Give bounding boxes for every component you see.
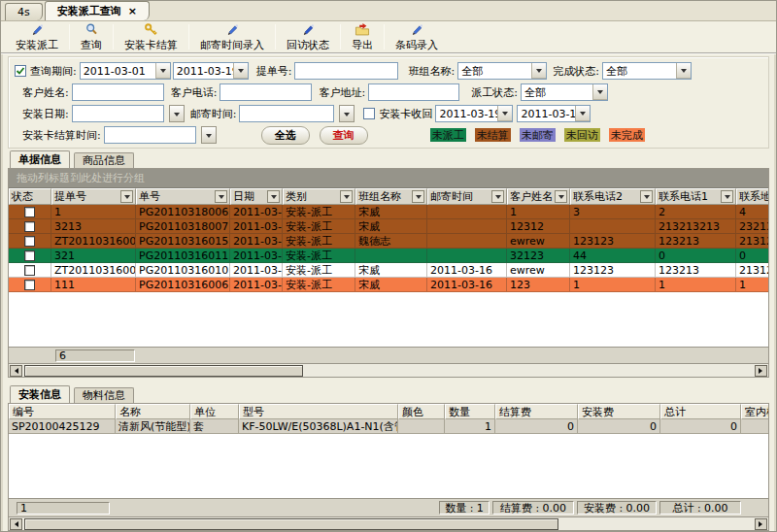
- customer-name-input[interactable]: [72, 83, 164, 101]
- column-header[interactable]: 名称: [116, 404, 190, 419]
- column-header[interactable]: 类别: [283, 188, 355, 205]
- tab-material-info[interactable]: 物料信息: [74, 387, 134, 403]
- filter-icon[interactable]: [340, 190, 353, 203]
- scrollbar-thumb[interactable]: [24, 365, 303, 377]
- scroll-left-icon[interactable]: [10, 365, 22, 377]
- table-row[interactable]: ZT201103160002PG201103160102011-03-16 14…: [9, 263, 768, 278]
- scrollbar-thumb[interactable]: [24, 518, 558, 530]
- table-row[interactable]: ZT201103160003PG201103160152011-03-16 14…: [9, 234, 768, 249]
- scroll-left-icon[interactable]: [10, 518, 22, 530]
- column-header[interactable]: 日期: [230, 188, 283, 205]
- chevron-down-icon[interactable]: [155, 63, 170, 79]
- chevron-down-icon[interactable]: [233, 63, 248, 79]
- query-period-to-select[interactable]: 2011-03-19: [173, 62, 249, 80]
- mail-time-input[interactable]: [239, 105, 334, 122]
- filter-icon[interactable]: [412, 190, 424, 203]
- row-checkbox[interactable]: [24, 250, 35, 261]
- table-cell: [9, 234, 51, 249]
- row-checkbox[interactable]: [24, 236, 35, 247]
- filter-icon[interactable]: [640, 190, 653, 203]
- card-settle-time-input[interactable]: [104, 126, 196, 144]
- column-header[interactable]: 结算费: [495, 404, 578, 419]
- table-row[interactable]: 3213PG201103180072011-03-18 16安装-派工宋威123…: [9, 219, 768, 234]
- close-icon[interactable]: ×: [128, 6, 137, 17]
- record-count-box: 1: [17, 502, 110, 515]
- chevron-down-icon[interactable]: [676, 63, 691, 79]
- table-row[interactable]: 111PG201103160062011-03-16 13安装-派工宋威2011…: [9, 278, 768, 292]
- column-header[interactable]: 联系地址: [736, 188, 769, 205]
- table-row[interactable]: 1PG201103180062011-03-18 16安装-派工宋威1324: [9, 205, 768, 219]
- card-return-to-select[interactable]: 2011-03-19: [517, 105, 591, 122]
- column-header[interactable]: 客户姓名: [507, 188, 570, 205]
- scroll-right-icon[interactable]: [755, 365, 767, 377]
- column-header[interactable]: 室内机号: [741, 404, 769, 419]
- mail-time-label: 邮寄时间:: [188, 107, 240, 121]
- install-date-input[interactable]: [72, 105, 164, 122]
- toolbar-button-export[interactable]: 导出: [343, 21, 382, 52]
- toolbar-button-mail-time-entry[interactable]: 邮寄时间录入: [191, 21, 273, 52]
- column-header[interactable]: 颜色: [398, 404, 445, 419]
- column-header[interactable]: 邮寄时间: [427, 188, 507, 205]
- chevron-down-icon[interactable]: [575, 106, 590, 121]
- card-return-checkbox[interactable]: [363, 108, 375, 119]
- tab-install-info[interactable]: 安装信息: [10, 385, 70, 403]
- column-header-label: 联系地址: [739, 189, 769, 204]
- dispatch-status-select[interactable]: 全部: [521, 83, 608, 101]
- card-return-from-select[interactable]: 2011-03-19: [435, 105, 513, 122]
- finish-status-select[interactable]: 全部: [602, 62, 692, 80]
- group-by-bar[interactable]: 拖动列标题到此处进行分组: [9, 169, 768, 188]
- mail-time-dropdown-button[interactable]: [339, 105, 355, 122]
- customer-phone-input[interactable]: [220, 83, 312, 101]
- column-header[interactable]: 安装费: [578, 404, 660, 419]
- row-checkbox[interactable]: [24, 221, 35, 232]
- row-checkbox[interactable]: [24, 265, 35, 276]
- tab-product-info[interactable]: 商品信息: [74, 152, 134, 168]
- column-header[interactable]: 单号: [136, 188, 230, 205]
- column-header[interactable]: 型号: [239, 404, 398, 419]
- row-checkbox[interactable]: [24, 280, 35, 290]
- filter-icon[interactable]: [120, 190, 133, 203]
- column-header-label: 联系电话2: [573, 189, 623, 204]
- toolbar-button-install-dispatch[interactable]: 安装派工: [7, 21, 67, 52]
- install-date-dropdown-button[interactable]: [169, 105, 185, 122]
- filter-icon[interactable]: [555, 190, 567, 203]
- toolbar-button-query[interactable]: 查询: [72, 21, 111, 52]
- customer-address-input[interactable]: [368, 83, 459, 101]
- select-all-button[interactable]: 全选: [261, 126, 310, 145]
- filter-icon[interactable]: [215, 190, 227, 203]
- column-header[interactable]: 编号: [9, 404, 116, 419]
- tab-install-dispatch-query[interactable]: 安装派工查询 ×: [45, 1, 150, 20]
- filter-icon[interactable]: [721, 190, 733, 203]
- team-name-select[interactable]: 全部: [457, 62, 547, 80]
- chevron-down-icon[interactable]: [592, 84, 607, 100]
- column-header[interactable]: 单位: [190, 404, 239, 419]
- toolbar-button-barcode-entry[interactable]: 条码录入: [387, 21, 447, 52]
- filter-icon[interactable]: [267, 190, 280, 203]
- chevron-down-icon[interactable]: [531, 63, 546, 79]
- tab-4s[interactable]: 4s: [5, 3, 43, 20]
- toolbar-button-card-settlement[interactable]: 安装卡结算: [116, 21, 186, 52]
- query-period-checkbox[interactable]: [15, 65, 26, 77]
- table-row[interactable]: 321PG201103160112011-03-16 14安装-派工321234…: [9, 249, 768, 263]
- query-button[interactable]: 查询: [320, 126, 368, 145]
- column-header[interactable]: 班组名称: [355, 188, 427, 205]
- table-cell: [427, 249, 507, 263]
- query-period-from-select[interactable]: 2011-03-01: [80, 62, 171, 80]
- chevron-down-icon[interactable]: [497, 106, 512, 121]
- filter-icon[interactable]: [491, 190, 504, 203]
- tab-document-info[interactable]: 单据信息: [10, 150, 70, 168]
- column-header[interactable]: 联系电话2: [570, 188, 656, 205]
- column-header[interactable]: 总计: [660, 404, 741, 419]
- h-scrollbar[interactable]: [9, 516, 768, 530]
- column-header[interactable]: 提单号: [51, 188, 136, 205]
- row-checkbox[interactable]: [24, 207, 35, 217]
- h-scrollbar[interactable]: [9, 363, 768, 377]
- column-header[interactable]: 状态: [9, 188, 51, 205]
- column-header[interactable]: 联系电话1: [656, 188, 736, 205]
- card-settle-dropdown-button[interactable]: [201, 126, 217, 144]
- table-row[interactable]: SP20100425129清新风(节能型)N1套KF-50LW/E(50368L…: [9, 419, 768, 434]
- column-header[interactable]: 数量: [445, 404, 495, 419]
- toolbar-button-visit-status[interactable]: 回访状态: [278, 21, 338, 52]
- bill-no-input[interactable]: [294, 62, 398, 80]
- scroll-right-icon[interactable]: [755, 518, 767, 530]
